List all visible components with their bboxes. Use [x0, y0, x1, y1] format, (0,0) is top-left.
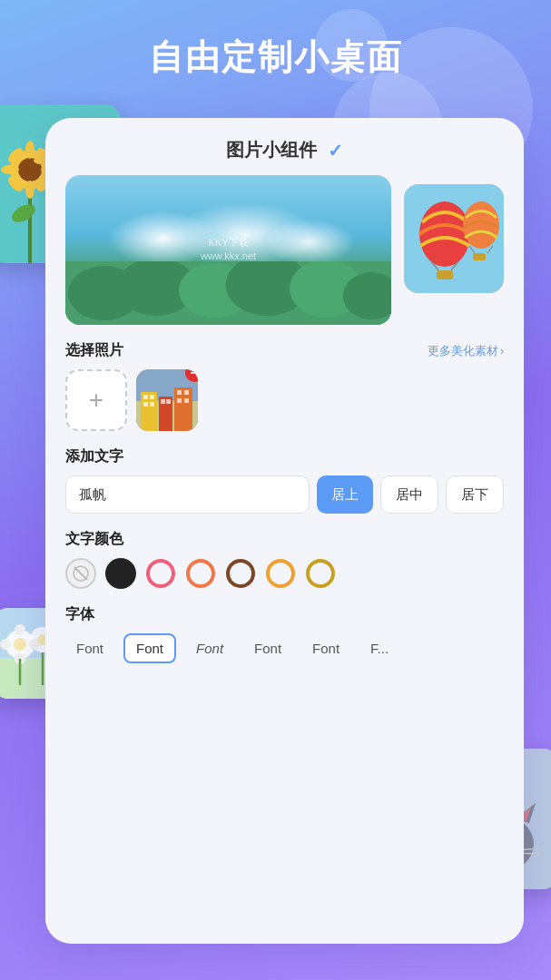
photo-selector-row: + — [65, 369, 504, 431]
font-item-4-label: Font — [312, 641, 339, 656]
svg-point-10 — [1, 165, 19, 174]
preview-secondary-image — [404, 184, 504, 293]
photo-thumbnail[interactable]: − — [136, 369, 198, 431]
text-color-label: 文字颜色 — [65, 530, 123, 549]
select-photo-header: 选择照片 更多美化素材 › — [65, 341, 504, 360]
svg-point-8 — [25, 141, 34, 159]
svg-rect-80 — [141, 392, 157, 431]
position-bottom-button[interactable]: 居下 — [446, 475, 504, 514]
svg-rect-84 — [150, 395, 154, 399]
svg-rect-77 — [473, 253, 486, 260]
preview-area: KKY下载 www.kkx.net — [65, 175, 504, 325]
svg-rect-92 — [184, 398, 189, 403]
svg-rect-83 — [143, 395, 148, 399]
svg-point-98 — [228, 561, 253, 586]
add-text-header: 添加文字 — [65, 447, 504, 466]
widget-checkmark: ✓ — [328, 140, 343, 162]
svg-point-96 — [148, 561, 173, 586]
font-label: 字体 — [65, 605, 94, 624]
svg-line-93 — [74, 567, 87, 580]
svg-rect-91 — [177, 398, 182, 403]
svg-point-100 — [308, 561, 333, 586]
text-input-field[interactable] — [65, 475, 310, 514]
svg-point-97 — [188, 561, 213, 586]
font-item-3[interactable]: Font — [243, 635, 292, 662]
font-item-5[interactable]: F... — [359, 635, 399, 662]
font-item-3-label: Font — [254, 641, 281, 656]
more-materials-link[interactable]: 更多美化素材 › — [428, 343, 504, 359]
more-link-text: 更多美化素材 — [428, 343, 498, 359]
widget-title-row: 图片小组件 ✓ — [65, 138, 504, 162]
preview-main-image: KKY下载 www.kkx.net — [65, 175, 391, 325]
svg-point-52 — [15, 624, 25, 635]
watermark: KKY下载 www.kkx.net — [201, 236, 256, 264]
font-header: 字体 — [65, 605, 504, 624]
svg-rect-90 — [184, 390, 189, 395]
card-content: 图片小组件 ✓ KKY下载 www. — [45, 118, 524, 944]
add-text-label: 添加文字 — [65, 447, 123, 466]
svg-rect-88 — [166, 399, 171, 404]
add-photo-button[interactable]: + — [65, 369, 127, 431]
font-selector-row: Font Font Font Font Font F... — [65, 633, 504, 667]
svg-point-9 — [25, 181, 34, 199]
svg-rect-87 — [161, 399, 165, 404]
svg-point-56 — [14, 638, 26, 651]
color-swatch-gold[interactable] — [305, 558, 336, 589]
font-item-1-label: Font — [136, 641, 163, 656]
widget-title: 图片小组件 — [226, 138, 317, 162]
more-link-arrow: › — [500, 345, 504, 358]
select-photo-label: 选择照片 — [65, 341, 123, 360]
text-color-header: 文字颜色 — [65, 530, 504, 549]
main-title: 自由定制小桌面 — [0, 34, 551, 81]
svg-point-99 — [268, 561, 293, 586]
add-icon: + — [89, 386, 103, 415]
svg-rect-89 — [177, 390, 182, 395]
svg-point-95 — [108, 561, 133, 586]
color-swatch-row — [65, 558, 504, 589]
font-item-0-label: Font — [76, 641, 103, 656]
text-input-row: 居上 居中 居下 — [65, 475, 504, 514]
font-item-2-label: Font — [196, 641, 223, 656]
color-swatch-pink[interactable] — [145, 558, 176, 589]
color-swatch-orange[interactable] — [265, 558, 296, 589]
font-item-2[interactable]: Font — [185, 635, 234, 662]
minus-icon: − — [190, 369, 198, 380]
color-swatch-black[interactable] — [105, 558, 136, 589]
svg-rect-73 — [437, 270, 453, 279]
color-swatch-coral[interactable] — [185, 558, 216, 589]
color-swatch-none[interactable] — [65, 558, 96, 589]
font-item-1[interactable]: Font — [123, 633, 176, 663]
svg-rect-86 — [150, 402, 154, 407]
svg-rect-85 — [143, 402, 148, 407]
font-item-0[interactable]: Font — [65, 635, 114, 662]
svg-point-54 — [0, 639, 11, 650]
position-middle-button[interactable]: 居中 — [380, 475, 438, 514]
color-swatch-brown[interactable] — [225, 558, 256, 589]
font-item-5-label: F... — [370, 641, 389, 656]
font-item-4[interactable]: Font — [301, 635, 350, 662]
main-card: 图片小组件 ✓ KKY下载 www. — [45, 118, 524, 944]
position-top-button[interactable]: 居上 — [317, 475, 373, 514]
